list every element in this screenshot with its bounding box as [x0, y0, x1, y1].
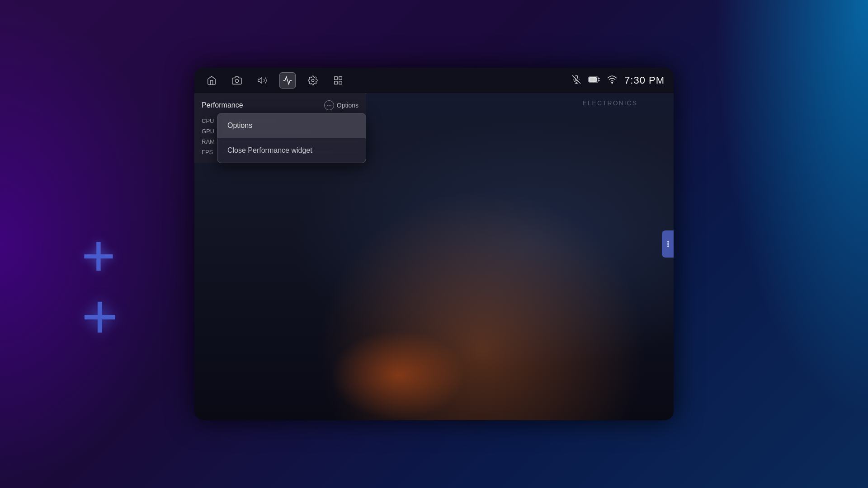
svg-point-0 — [235, 79, 238, 82]
fps-label: FPS — [202, 149, 217, 155]
settings-icon[interactable] — [305, 72, 321, 89]
wifi-icon — [607, 75, 617, 85]
svg-point-14 — [667, 243, 669, 245]
svg-rect-5 — [335, 81, 337, 84]
svg-point-15 — [667, 245, 669, 247]
nav-icons-left — [203, 72, 346, 89]
bg-glow-right — [687, 0, 868, 488]
top-nav: 7:30 PM — [194, 68, 674, 93]
svg-marker-1 — [258, 78, 262, 84]
svg-point-2 — [311, 79, 314, 82]
grid-icon[interactable] — [330, 72, 346, 89]
home-icon[interactable] — [203, 72, 220, 89]
dropdown-menu: Options Close Performance widget — [217, 113, 366, 163]
options-label: Options — [337, 102, 359, 109]
right-handle-tab[interactable] — [662, 230, 674, 258]
battery-icon — [588, 76, 600, 85]
svg-rect-6 — [339, 81, 342, 84]
mic-muted-icon — [572, 75, 581, 86]
device-frame: ELECTRONICS — [194, 68, 674, 420]
performance-header: Performance ⋯ Options — [202, 100, 359, 110]
performance-nav-icon[interactable] — [279, 72, 296, 89]
gpu-label: GPU — [202, 128, 217, 135]
plus-icon-container: + — [81, 226, 136, 280]
nav-status-right: 7:30 PM — [572, 75, 665, 86]
close-performance-widget-menu-item[interactable]: Close Performance widget — [217, 138, 366, 163]
svg-rect-9 — [590, 78, 597, 82]
time-display: 7:30 PM — [624, 75, 665, 86]
options-menu-item[interactable]: Options — [217, 113, 366, 138]
svg-point-12 — [612, 82, 613, 83]
svg-rect-4 — [339, 77, 342, 80]
camera-icon[interactable] — [229, 72, 245, 89]
svg-rect-3 — [335, 77, 337, 80]
options-circle-icon: ⋯ — [324, 100, 334, 110]
cpu-label: CPU — [202, 117, 217, 124]
ram-label: RAM — [202, 138, 217, 145]
volume-icon[interactable] — [254, 72, 270, 89]
scene-text: ELECTRONICS — [582, 99, 637, 107]
svg-point-13 — [667, 241, 669, 243]
plus-icon: + — [81, 226, 136, 280]
performance-title: Performance — [202, 101, 243, 109]
plus-symbol: + — [81, 285, 136, 348]
options-button[interactable]: ⋯ Options — [324, 100, 359, 110]
